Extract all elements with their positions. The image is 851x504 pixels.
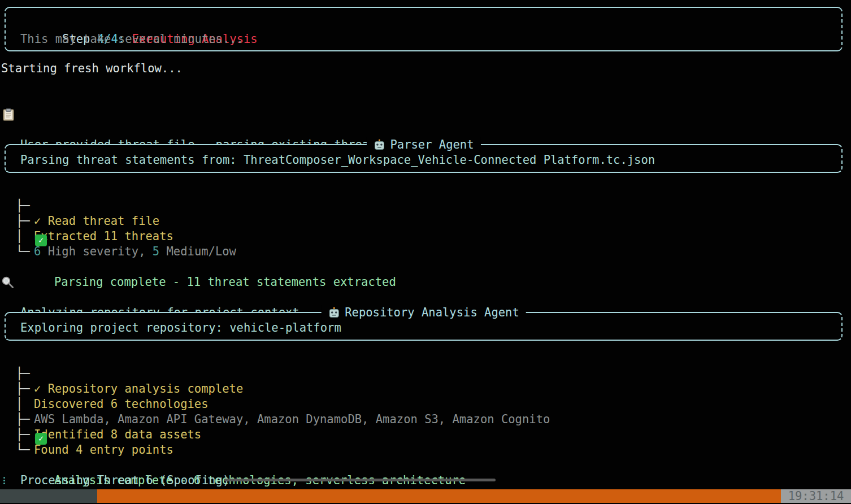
check-emoji-icon: ✓ — [35, 234, 47, 246]
step-text: Repository analysis complete — [48, 382, 244, 396]
progress-bar — [224, 463, 496, 466]
check-mark-icon: ✓ — [34, 214, 48, 228]
progress-row-mapping: Mapping Threat 6 (Spoofing)... 83% — [0, 473, 28, 488]
step-banner-box: Step 4/4: Executing Analysis This may ta… — [5, 7, 843, 51]
step-text: Discovered 6 technologies — [34, 397, 209, 412]
repo-step: ├─ ✓ Repository analysis complete — [0, 351, 28, 366]
step-text: Found 4 entry points — [34, 442, 173, 458]
repo-step-final: └─ ✓ Analysis complete - 6 technologies,… — [0, 427, 28, 442]
step-text: Extracted 11 threats — [34, 229, 173, 244]
step-subtitle: This may take several minutes... — [20, 32, 244, 47]
clock: 19:31:14 — [781, 489, 851, 503]
technologies-list: AWS Lambda, Amazon API Gateway, Amazon D… — [34, 412, 550, 427]
tree-end-glyph: └─ — [16, 244, 30, 259]
parser-step-detail: │ 6 High severity, 5 Medium/Low — [0, 214, 28, 229]
parser-agent-box: Parser Agent Parsing threat statements f… — [5, 144, 843, 173]
check-mark-icon: ✓ — [34, 382, 48, 396]
parser-heading-line: User provided threat file - parsing exis… — [0, 107, 28, 122]
tree-end-glyph: └─ — [16, 442, 30, 458]
step-banner-line: Step 4/4: Executing Analysis — [20, 16, 258, 32]
parser-step: ├─ ✓ Read threat file — [0, 183, 28, 198]
step-text: Identified 8 data assets — [34, 427, 201, 442]
repo-step: ├─ Discovered 6 technologies — [0, 366, 28, 381]
repo-heading-line: Analyzing repository for project context — [0, 275, 28, 290]
window-tab-zsh[interactable]: 1:zsh* — [0, 489, 97, 503]
workflow-start-line: Starting fresh workflow... — [1, 61, 183, 76]
parser-step: ├─ Extracted 11 threats — [0, 198, 28, 214]
agent-box-title-text: Repository Analysis Agent — [345, 305, 519, 320]
parser-agent-box-title: Parser Agent — [366, 137, 480, 153]
spinner-icon — [3, 477, 5, 479]
progress-bar — [224, 479, 496, 481]
repo-step: ├─ Found 4 entry points — [0, 412, 28, 427]
severity-summary: 6 High severity, 5 Medium/Low — [34, 244, 236, 259]
terminal-screen[interactable]: Step 4/4: Executing Analysis This may ta… — [0, 0, 851, 504]
robot-icon — [373, 139, 385, 151]
search-icon — [1, 276, 15, 289]
parser-box-body: Parsing threat statements from: ThreatCo… — [20, 153, 655, 168]
step-text: Read threat file — [48, 214, 159, 228]
progress-row-processing: Processing Threat 6 (Spoofing) 100% — [0, 458, 28, 473]
robot-icon — [328, 307, 340, 319]
check-emoji-icon: ✓ — [35, 433, 47, 445]
agent-box-title-text: Parser Agent — [390, 137, 474, 153]
step-final-text: Parsing complete - 11 threat statements … — [54, 275, 396, 290]
repo-agent-box-title: Repository Analysis Agent — [321, 305, 526, 320]
repo-step-detail: │ AWS Lambda, Amazon API Gateway, Amazon… — [0, 381, 28, 397]
repo-agent-box: Repository Analysis Agent Exploring proj… — [5, 312, 843, 341]
progress-label: Processing Threat 6 (Spoofing) — [20, 473, 229, 488]
status-bar: 1:zsh* 19:31:14 — [0, 489, 851, 503]
repo-box-body: Exploring project repository: vehicle-pl… — [20, 320, 341, 336]
parser-step-final: └─ ✓ Parsing complete - 11 threat statem… — [0, 229, 28, 244]
repo-step: ├─ Identified 8 data assets — [0, 397, 28, 412]
clipboard-icon — [2, 108, 15, 121]
